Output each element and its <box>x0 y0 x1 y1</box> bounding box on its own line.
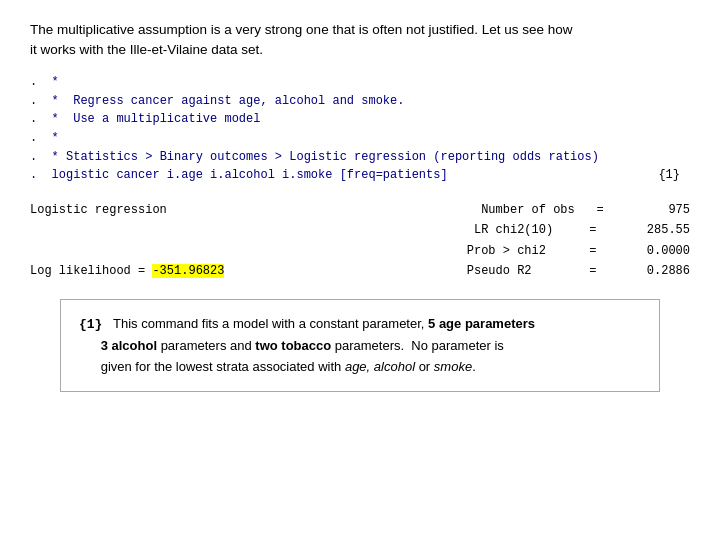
code-line-5: . * Statistics > Binary outcomes > Logis… <box>30 148 690 167</box>
age-params-bold: 5 age parameters <box>428 316 535 331</box>
page: The multiplicative assumption is a very … <box>0 0 720 540</box>
note-box: {1} This command fits a model with a con… <box>60 299 660 392</box>
alcohol-params-bold: 3 alcohol <box>101 338 157 353</box>
code-line-1: . * <box>30 73 690 92</box>
code-line-6: . logistic cancer i.age i.alcohol i.smok… <box>30 166 690 185</box>
code-block: . * . * Regress cancer against age, alco… <box>30 73 690 185</box>
stata-output: Logistic regression Number of obs = 975 … <box>30 201 690 281</box>
code-line-2: . * Regress cancer against age, alcohol … <box>30 92 690 111</box>
smoke-italic: smoke <box>434 359 472 374</box>
intro-line1: The multiplicative assumption is a very … <box>30 22 573 37</box>
age-italic: age, alcohol <box>345 359 415 374</box>
tobacco-params-bold: two tobacco <box>255 338 331 353</box>
code-line-4: . * <box>30 129 690 148</box>
logistic-reg-label: Logistic regression <box>30 201 167 220</box>
intro-line2: it works with the Ille-et-Vilaine data s… <box>30 42 263 57</box>
code-line-3: . * Use a multiplicative model <box>30 110 690 129</box>
note-ref: {1} <box>79 317 102 332</box>
intro-paragraph: The multiplicative assumption is a very … <box>30 20 690 59</box>
